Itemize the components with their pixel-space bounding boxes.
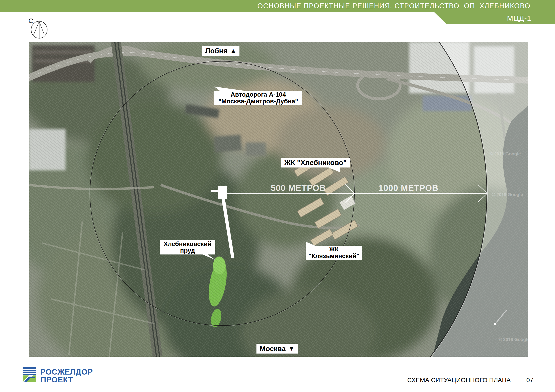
radius-1000m-label: 1000 МЕТРОВ (379, 183, 438, 193)
direction-label-moskva: Москва ▼ (256, 344, 298, 354)
radius-500m-label: 500 МЕТРОВ (271, 183, 326, 193)
sheet-caption: СХЕМА СИТУАЦИОННОГО ПЛАНА (407, 377, 511, 384)
satellite-map: © 2019 Google © 2019 Google © 2018 Googl… (29, 42, 528, 357)
imagery-watermark: © 2018 Google (499, 337, 528, 342)
line-badge-bar: МЦД-1 (425, 12, 555, 24)
zhk-khlebnikovo-text: ЖК "Хлебниково" (284, 158, 347, 167)
compass-icon (28, 14, 53, 41)
slide: ОСНОВНЫЕ ПРОЕКТНЫЕ РЕШЕНИЯ. СТРОИТЕЛЬСТВ… (0, 0, 555, 392)
up-arrow-icon: ▲ (230, 48, 237, 54)
down-arrow-icon: ▼ (288, 345, 295, 352)
roszheldorproject-logo-icon (22, 367, 37, 383)
pond-label-line1: Хлебниковский (162, 241, 213, 247)
slide-title: ОСНОВНЫЕ ПРОЕКТНЫЕ РЕШЕНИЯ. СТРОИТЕЛЬСТВ… (257, 2, 530, 10)
direction-moskva-text: Москва (260, 345, 286, 353)
page-number: 07 (526, 377, 533, 384)
pond-label-line2: пруд (162, 247, 213, 254)
direction-lobnya-text: Лобня (205, 47, 228, 55)
road-label-line2: "Москва-Дмитров-Дубна" (217, 98, 300, 105)
imagery-watermark: © 2019 Google (490, 151, 521, 157)
roszheldorproject-logo: РОСЖЕЛДОР ПРОЕКТ (22, 367, 89, 383)
direction-label-lobnya: Лобня ▲ (202, 46, 240, 56)
zhk-klyazminsky-line2: "Клязьминский" (308, 253, 360, 259)
imagery-watermark: © 2019 Google (492, 192, 523, 197)
zhk-khlebnikovo-label: ЖК "Хлебниково" (281, 158, 350, 167)
zhk-klyazminsky-label: ЖК "Клязьминский" (306, 246, 362, 260)
zhk-klyazminsky-line1: ЖК (308, 246, 360, 253)
header-bar: ОСНОВНЫЕ ПРОЕКТНЫЕ РЕШЕНИЯ. СТРОИТЕЛЬСТВ… (0, 0, 555, 12)
compass: С (28, 14, 53, 41)
road-label-line1: Автодорога А-104 (217, 91, 300, 98)
road-label: Автодорога А-104 "Москва-Дмитров-Дубна" (214, 91, 302, 105)
logo-text-line2: ПРОЕКТ (41, 375, 73, 384)
outside-radius-haze-overlay (29, 42, 528, 357)
pond-label: Хлебниковский пруд (160, 240, 215, 255)
logo-text-line1: РОСЖЕЛДОР (40, 367, 93, 376)
line-badge: МЦД-1 (507, 14, 531, 23)
